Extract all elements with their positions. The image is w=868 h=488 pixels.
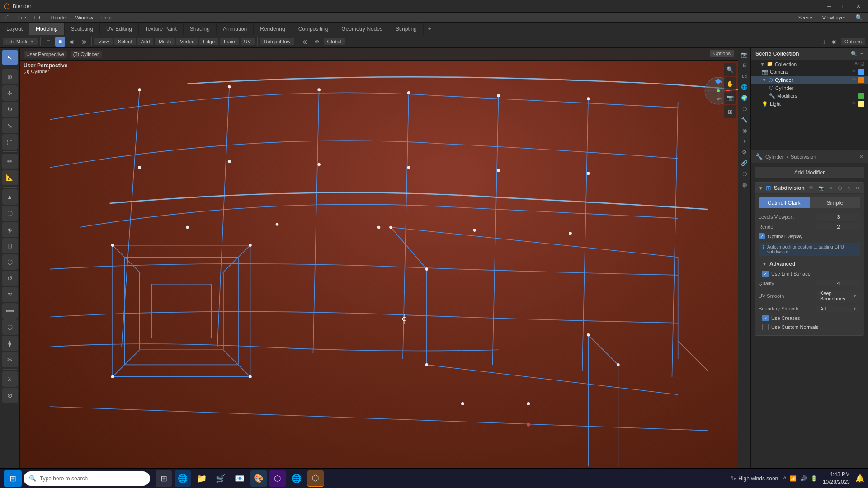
outliner-camera[interactable]: 📷 Camera 👁 bbox=[751, 68, 868, 76]
edge-menu[interactable]: Edge bbox=[199, 38, 218, 45]
use-limit-surface-checkbox[interactable]: ✓ bbox=[762, 271, 769, 277]
blender-btn[interactable]: ⬡ bbox=[307, 470, 324, 487]
knife-tool[interactable]: ⚔ bbox=[2, 371, 18, 387]
close-btn[interactable]: ✕ bbox=[853, 3, 864, 9]
start-button[interactable]: ⊞ bbox=[4, 470, 22, 487]
explorer-btn[interactable]: 📁 bbox=[193, 470, 210, 487]
mod-apply-icon[interactable]: ∿ bbox=[845, 185, 852, 192]
props-scene[interactable]: 🌐 bbox=[740, 82, 750, 92]
select-menu[interactable]: Select bbox=[114, 38, 136, 45]
view-mode-btn[interactable]: User Perspective bbox=[24, 51, 67, 58]
retopoflow-btn[interactable]: RetopoFlow bbox=[260, 38, 294, 45]
chrome-btn[interactable]: 🌐 bbox=[288, 470, 305, 487]
add-menu[interactable]: Add bbox=[137, 38, 154, 45]
props-particles[interactable]: ✦ bbox=[740, 136, 750, 146]
tab-scripting[interactable]: Scripting bbox=[389, 23, 424, 35]
use-creases-checkbox[interactable]: ✓ bbox=[762, 315, 769, 321]
sc-add-icon[interactable]: + bbox=[860, 51, 863, 57]
ps-btn[interactable]: 🎨 bbox=[250, 470, 267, 487]
grid-btn[interactable]: ⊞ bbox=[724, 105, 736, 118]
menu-file[interactable]: File bbox=[14, 14, 30, 21]
add-modifier-btn[interactable]: Add Modifier bbox=[755, 167, 864, 178]
add-workspace-btn[interactable]: + bbox=[424, 23, 436, 35]
breadcrumb-modifier[interactable]: Subdivision bbox=[791, 154, 816, 160]
props-physics[interactable]: ⚙ bbox=[740, 147, 750, 157]
tab-compositing[interactable]: Compositing bbox=[292, 23, 335, 35]
winstore-btn[interactable]: 🛒 bbox=[212, 470, 229, 487]
props-modifiers[interactable]: 🔧 bbox=[740, 115, 750, 125]
extrude-tool[interactable]: ▲ bbox=[2, 189, 18, 205]
mode-selector[interactable]: Edit Mode ▼ bbox=[3, 38, 38, 45]
ae-btn[interactable]: ⬡ bbox=[269, 470, 286, 487]
measure-tool[interactable]: 📐 bbox=[2, 170, 18, 185]
props-view-layer[interactable]: 🗂 bbox=[740, 71, 750, 81]
tab-shading[interactable]: Shading bbox=[184, 23, 217, 35]
scale-tool[interactable]: ⤡ bbox=[2, 118, 18, 133]
eye-icon[interactable]: 👁 bbox=[852, 101, 856, 107]
edge-browser[interactable]: 🌐 bbox=[175, 470, 191, 487]
snap-icon[interactable]: ⊕ bbox=[312, 37, 322, 47]
boundary-smooth-dropdown[interactable]: All ▼ bbox=[816, 305, 860, 312]
eye-icon[interactable]: 👁 bbox=[852, 77, 856, 83]
catmull-clark-btn[interactable]: Catmull-Clark bbox=[759, 197, 810, 208]
task-view-btn[interactable]: ⊞ bbox=[156, 470, 172, 487]
solid-icon[interactable]: ■ bbox=[55, 37, 65, 47]
props-constraints[interactable]: 🔗 bbox=[740, 158, 750, 168]
tab-texture-paint[interactable]: Texture Paint bbox=[139, 23, 184, 35]
volume-icon[interactable]: 🔊 bbox=[800, 475, 807, 482]
tab-uv-editing[interactable]: UV Editing bbox=[100, 23, 139, 35]
mod-edit-icon[interactable]: ✏ bbox=[828, 185, 835, 192]
outliner-light[interactable]: 💡 Light 👁 bbox=[751, 100, 868, 108]
props-output[interactable]: 🖥 bbox=[740, 61, 750, 70]
bisect-tool[interactable]: ⊘ bbox=[2, 388, 18, 403]
outliner-cylinder-child[interactable]: ⬡ Cylinder bbox=[751, 84, 868, 92]
face-menu[interactable]: Face bbox=[220, 38, 238, 45]
chevron-icon[interactable]: ^ bbox=[783, 475, 786, 482]
sc-filter-icon[interactable]: 🔍 bbox=[851, 51, 858, 57]
active-object[interactable]: (3) Cylinder bbox=[71, 51, 102, 58]
move-view-btn[interactable]: ✋ bbox=[724, 77, 736, 90]
view-layer-selector[interactable]: ViewLayer bbox=[819, 14, 849, 21]
eye-icon[interactable]: 👁 bbox=[852, 69, 856, 75]
outliner-cylinder-parent[interactable]: ▼ ⬡ Cylinder 👁 bbox=[751, 76, 868, 84]
eye-icon[interactable]: 👁 bbox=[854, 61, 859, 66]
select-tool[interactable]: ↖ bbox=[2, 50, 18, 65]
zoom-out-btn[interactable]: 🔍 bbox=[724, 63, 736, 76]
tab-layout[interactable]: Layout bbox=[0, 23, 29, 35]
shear-tool[interactable]: ⧫ bbox=[2, 336, 18, 351]
render-field[interactable]: 2 bbox=[816, 223, 860, 230]
tab-rendering[interactable]: Rendering bbox=[254, 23, 292, 35]
spin-tool[interactable]: ↺ bbox=[2, 271, 18, 286]
modifier-name[interactable]: Subdivision bbox=[774, 185, 805, 191]
mod-realtime-icon[interactable]: 👁 bbox=[807, 185, 815, 192]
menu-window[interactable]: Window bbox=[72, 14, 97, 21]
annotate-tool[interactable]: ✏ bbox=[2, 154, 18, 169]
props-material[interactable]: ◍ bbox=[740, 180, 750, 190]
xray-icon[interactable]: ⬚ bbox=[817, 37, 827, 47]
transform-tool[interactable]: ⬚ bbox=[2, 134, 18, 150]
smooth-tool[interactable]: ≋ bbox=[2, 287, 18, 302]
menu-help[interactable]: Help bbox=[98, 14, 115, 21]
mod-cage-icon[interactable]: ⬡ bbox=[836, 185, 844, 192]
advanced-section-header[interactable]: ▼ Advanced bbox=[759, 258, 860, 269]
menu-edit[interactable]: Edit bbox=[31, 14, 47, 21]
outliner-collection[interactable]: ▼ 📁 Collection 👁 ☑ bbox=[751, 60, 868, 68]
prop-close-icon[interactable]: ✕ bbox=[859, 154, 863, 160]
tab-sculpting[interactable]: Sculpting bbox=[65, 23, 100, 35]
network-icon[interactable]: 📶 bbox=[790, 475, 797, 482]
proportional-icon[interactable]: ◎ bbox=[300, 37, 310, 47]
minimize-btn[interactable]: ─ bbox=[824, 3, 835, 9]
inset-tool[interactable]: ⬡ bbox=[2, 206, 18, 221]
material-preview-icon[interactable]: ◉ bbox=[67, 37, 77, 47]
scene-selector[interactable]: Scene bbox=[795, 14, 816, 21]
vertex-menu[interactable]: Vertex bbox=[176, 38, 198, 45]
weather-widget[interactable]: 🌬 High winds soon bbox=[731, 475, 778, 482]
viewport-options-btn[interactable]: Options bbox=[710, 50, 734, 57]
props-shading[interactable]: ◉ bbox=[740, 126, 750, 136]
menu-render[interactable]: Render bbox=[47, 14, 71, 21]
modifier-expand-icon[interactable]: ▼ bbox=[759, 186, 763, 191]
mod-render-icon[interactable]: 📷 bbox=[817, 185, 826, 192]
tab-animation[interactable]: Animation bbox=[217, 23, 254, 35]
bevel-tool[interactable]: ◈ bbox=[2, 222, 18, 237]
use-custom-normals-checkbox[interactable] bbox=[762, 324, 769, 330]
